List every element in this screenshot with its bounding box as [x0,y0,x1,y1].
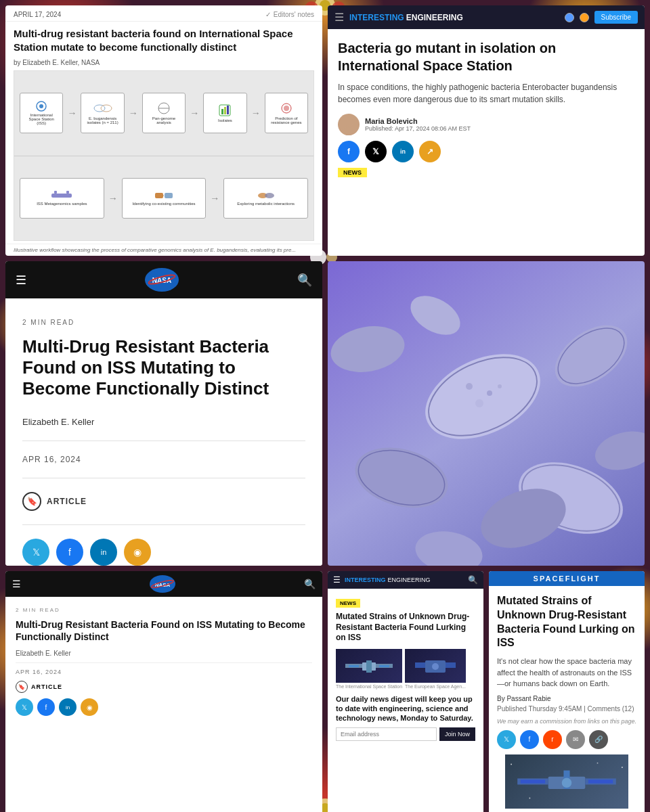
sf-email-button[interactable]: ✉ [566,730,585,749]
mini-nasa-rss-button[interactable]: ◉ [81,698,98,716]
nasa-facebook-button[interactable]: f [56,539,83,566]
iss-caption: The International Space Station [336,684,402,689]
svg-point-78 [622,767,623,768]
ie-share-button[interactable]: ↗ [419,141,441,162]
nasa-main-author: Elizabeth E. Keller [22,417,305,441]
ie-linkedin-button[interactable]: in [392,141,414,162]
mini-nasa-panel: ☰ NASA 🔍 2 MIN READ Multi-Drug Resistant… [5,571,322,812]
nasa-article-panel-top: APRIL 17, 2024 ✓ Editors' notes Multi-dr… [5,5,322,256]
mini-nasa-content: 2 MIN READ Multi-Drug Resistant Bacteria… [5,597,322,812]
svg-point-76 [562,778,572,788]
svg-rect-16 [224,107,226,114]
sf-link-button[interactable]: 🔗 [589,730,608,749]
svg-rect-73 [521,780,545,783]
svg-point-10 [94,105,105,112]
mini-nasa-search-icon[interactable]: 🔍 [304,579,316,589]
spaceflight-commission: We may earn a commission from links on t… [497,718,636,725]
spaceflight-content: Mutated Strains of Unknown Drug-Resistan… [489,586,645,812]
svg-point-48 [544,313,638,399]
diagram-box-5: Prediction of resistance genes [265,93,308,133]
mini-ie-hamburger-icon[interactable]: ☰ [333,575,341,585]
nasa-twitter-button[interactable]: 𝕏 [22,539,49,566]
svg-rect-23 [155,193,163,198]
svg-rect-63 [349,665,359,667]
ie-twitter-button[interactable]: 𝕏 [365,141,387,162]
nasa-hamburger-icon[interactable]: ☰ [16,273,26,288]
mini-ie-search-icon[interactable]: 🔍 [468,575,478,585]
svg-point-27 [265,193,274,198]
ie-subscribe-button[interactable]: Subscribe [594,11,638,24]
article-header: APRIL 17, 2024 ✓ Editors' notes [5,5,322,22]
bookmark-icon[interactable]: 🔖 [22,492,41,511]
ie-main-content: Bacteria go mutant in isolation on Inter… [328,29,645,256]
svg-point-52 [328,321,408,378]
mini-nasa-facebook-button[interactable]: f [37,698,55,716]
mini-article-type-row: 🔖 ARTICLE [16,681,312,693]
ie-theme-icons [565,13,589,22]
arrow-5: → [108,193,118,204]
svg-rect-65 [366,660,372,673]
nasa-search-icon[interactable]: 🔍 [297,273,312,288]
svg-point-42 [466,383,473,390]
mini-nasa-navbar: ☰ NASA 🔍 [5,571,322,597]
mini-ie-email-row: Join Now [336,727,475,741]
ie-news-badge: NEWS [338,168,367,177]
diagram-box-1: International Space Station (ISS) [20,93,63,133]
sf-twitter-button[interactable]: 𝕏 [497,730,516,749]
ie-facebook-button[interactable]: f [338,141,360,162]
ie-sun-icon[interactable] [580,13,589,22]
article-diagram: International Space Station (ISS) → E. b… [14,70,314,241]
bottom-right-panels: ☰ INTERESTING ENGINEERING 🔍 NEWS Mutated… [328,571,645,812]
svg-point-46 [349,438,455,517]
mini-nasa-author: Elizabeth E. Keller [16,650,312,663]
esa-caption: The European Space Agen... [405,684,466,689]
ie-moon-icon[interactable] [565,13,574,22]
nasa-linkedin-button[interactable]: in [90,539,117,566]
spaceflight-image [505,754,628,809]
bacteria-large-panel [328,261,645,566]
mini-nasa-hamburger-icon[interactable]: ☰ [12,579,21,589]
nasa-rss-button[interactable]: ◉ [124,539,151,566]
diagram-box-2: E. bugandensis isolates (n = 211) [81,93,124,133]
mini-ie-email-input[interactable] [336,727,437,741]
mini-ie-join-button[interactable]: Join Now [439,727,475,741]
svg-point-11 [101,105,112,112]
nasa-social-row: 𝕏 f in ◉ [22,539,305,566]
ie-article-title: Bacteria go mutant in isolation on Inter… [338,39,634,74]
nasa-main-date: APR 16, 2024 [22,455,305,478]
bacteria-visual [328,261,645,566]
svg-rect-21 [54,191,57,194]
mini-read-time: 2 MIN READ [16,607,312,613]
mini-nasa-linkedin-button[interactable]: in [59,698,77,716]
article-date: APRIL 17, 2024 [14,11,61,18]
arrow-1: → [67,108,77,118]
svg-rect-67 [415,662,425,668]
editors-notes: Editors' notes [274,11,314,18]
nasa-navbar: ☰ NASA 🔍 [5,261,322,298]
svg-point-9 [39,104,43,108]
arrow-3: → [190,108,199,118]
svg-rect-24 [165,193,173,198]
spaceflight-byline: By Passant Rabie [497,695,636,702]
ie-publish-info: Published: Apr 17, 2024 08:06 AM EST [365,125,471,132]
sf-reddit-button[interactable]: r [543,730,562,749]
sf-facebook-button[interactable]: f [520,730,539,749]
ie-hamburger-icon[interactable]: ☰ [334,11,344,24]
arrow-2: → [129,108,138,118]
ie-author-name: Maria Bolevich [365,117,471,125]
read-time: 2 MIN READ [22,319,305,326]
mini-ie-news-badge: NEWS [336,599,360,608]
svg-point-43 [487,390,492,396]
ie-article-body: In space conditions, the highly pathogen… [338,81,634,106]
mini-bookmark-icon[interactable]: 🔖 [16,681,28,693]
spaceflight-social-row: 𝕏 f r ✉ 🔗 [497,730,636,749]
ie-author-avatar [338,114,360,135]
ie-social-row: f 𝕏 in ↗ [338,141,634,162]
mini-nasa-twitter-button[interactable]: 𝕏 [16,698,33,716]
article-type-label: ARTICLE [47,497,87,506]
spaceflight-body: It's not clear how the space bacteria ma… [497,656,636,690]
article-type-row: 🔖 ARTICLE [22,492,305,525]
mini-ie-digest-title: Our daily news digest will keep you up t… [336,694,475,723]
svg-rect-15 [221,109,223,114]
mini-ie-navbar: ☰ INTERESTING ENGINEERING 🔍 [328,571,483,589]
